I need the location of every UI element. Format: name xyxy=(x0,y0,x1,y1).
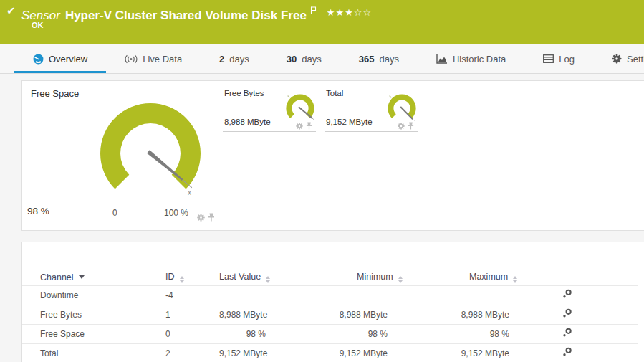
channel-minimum: 8,988 MByte xyxy=(319,305,420,324)
gauge-icon xyxy=(33,54,44,65)
channel-table-panel: Channel ID Last Value Minimum Maximum Do… xyxy=(21,242,644,362)
free-bytes-gauge xyxy=(282,90,318,126)
tab-settings[interactable]: Settings xyxy=(593,44,644,73)
col-header-last-value[interactable]: Last Value xyxy=(219,270,319,285)
free-bytes-gauge-cell: Free Bytes 8,988 MByte xyxy=(221,81,317,230)
channel-id: -4 xyxy=(148,285,219,305)
tab-overview[interactable]: Overview xyxy=(14,44,106,73)
gauge-title: Free Space xyxy=(31,88,79,99)
sort-icon xyxy=(180,276,184,283)
table-row[interactable]: Free Space 0 98 % 98 % 98 % xyxy=(22,324,638,343)
channel-settings-icon[interactable] xyxy=(562,308,572,318)
tab-2-days[interactable]: 2days xyxy=(201,44,268,73)
flag-icon[interactable] xyxy=(310,4,317,18)
free-space-gauge-cell: Free Space x 0 100 % 98 % xyxy=(22,81,216,230)
total-gauge xyxy=(384,90,420,126)
sort-icon xyxy=(266,276,270,283)
historic-chart-icon xyxy=(436,54,448,64)
gauge-max-label: 100 % xyxy=(164,208,188,218)
sensor-header: ✔ SensorHyper-V Cluster Shared Volume Di… xyxy=(0,0,644,44)
col-header-minimum[interactable]: Minimum xyxy=(319,270,420,285)
overview-gauges-panel: Free Space x 0 100 % 98 % Free Bytes xyxy=(21,80,644,231)
table-header-row: Channel ID Last Value Minimum Maximum xyxy=(22,270,638,285)
sort-icon xyxy=(513,276,517,283)
pin-icon[interactable] xyxy=(306,122,312,130)
pin-icon[interactable] xyxy=(408,122,414,130)
status-badge: OK xyxy=(32,21,44,29)
status-ok-check-icon: ✔ xyxy=(6,4,16,17)
channel-name: Free Space xyxy=(22,324,148,343)
divider xyxy=(27,222,214,222)
total-gauge-cell: Total 9,152 MByte xyxy=(323,81,419,230)
channel-id: 2 xyxy=(148,343,219,362)
tab-historic-data[interactable]: Historic Data xyxy=(418,44,524,73)
gauge-title: Free Bytes xyxy=(224,89,264,97)
gauge-value: 8,988 MByte xyxy=(224,118,271,126)
gear-icon[interactable] xyxy=(398,123,405,130)
sensor-title-line: SensorHyper-V Cluster Shared Volume Disk… xyxy=(21,4,372,23)
channel-maximum: 9,152 MByte xyxy=(420,343,520,362)
page-title: Hyper-V Cluster Shared Volume Disk Free xyxy=(65,9,307,22)
gear-icon[interactable] xyxy=(197,214,205,222)
divider xyxy=(325,131,418,132)
channel-table: Channel ID Last Value Minimum Maximum Do… xyxy=(22,270,638,362)
tab-bar: Overview Live Data 2days 30days 365days … xyxy=(0,44,644,74)
gauge-value: 98 % xyxy=(27,206,49,216)
log-icon xyxy=(543,54,554,63)
gauge-value: 9,152 MByte xyxy=(326,118,373,126)
channel-minimum xyxy=(319,285,420,305)
divider xyxy=(223,131,316,132)
channel-maximum xyxy=(420,285,520,305)
table-row[interactable]: Total 2 9,152 MByte 9,152 MByte 9,152 MB… xyxy=(22,343,638,362)
channel-settings-icon[interactable] xyxy=(562,289,572,299)
col-header-channel[interactable]: Channel xyxy=(22,270,148,285)
table-row[interactable]: Downtime -4 xyxy=(22,285,638,305)
gear-icon xyxy=(612,54,622,64)
channel-name: Downtime xyxy=(22,285,148,305)
tab-log[interactable]: Log xyxy=(524,44,593,73)
channel-last-value: 8,988 MByte xyxy=(219,305,319,324)
tab-live-data[interactable]: Live Data xyxy=(106,44,201,73)
priority-stars[interactable]: ★★★☆☆ xyxy=(327,7,372,18)
col-header-maximum[interactable]: Maximum xyxy=(420,270,520,285)
table-row[interactable]: Free Bytes 1 8,988 MByte 8,988 MByte 8,9… xyxy=(22,305,638,324)
needle-tip-marker: x xyxy=(188,189,191,196)
gauge-title: Total xyxy=(326,89,343,97)
channel-name: Free Bytes xyxy=(22,305,148,324)
pin-icon[interactable] xyxy=(208,213,215,222)
channel-id: 1 xyxy=(148,305,219,324)
channel-maximum: 8,988 MByte xyxy=(420,305,520,324)
sort-desc-icon xyxy=(79,275,85,279)
channel-id: 0 xyxy=(148,324,219,343)
col-header-id[interactable]: ID xyxy=(148,270,219,285)
channel-minimum: 9,152 MByte xyxy=(319,343,420,362)
tab-365-days[interactable]: 365days xyxy=(340,44,418,73)
channel-maximum: 98 % xyxy=(420,324,520,343)
channel-settings-icon[interactable] xyxy=(562,328,572,338)
channel-last-value xyxy=(219,285,319,305)
channel-minimum: 98 % xyxy=(319,324,420,343)
channel-last-value: 98 % xyxy=(219,324,319,343)
channel-name: Total xyxy=(22,343,148,362)
channel-last-value: 9,152 MByte xyxy=(219,343,319,362)
gear-icon[interactable] xyxy=(296,123,303,130)
gauge-min-label: 0 xyxy=(112,208,117,218)
sort-icon xyxy=(398,276,403,283)
live-data-icon xyxy=(125,54,138,64)
tab-30-days[interactable]: 30days xyxy=(268,44,340,73)
channel-settings-icon[interactable] xyxy=(562,347,572,357)
col-header-actions xyxy=(520,270,581,285)
